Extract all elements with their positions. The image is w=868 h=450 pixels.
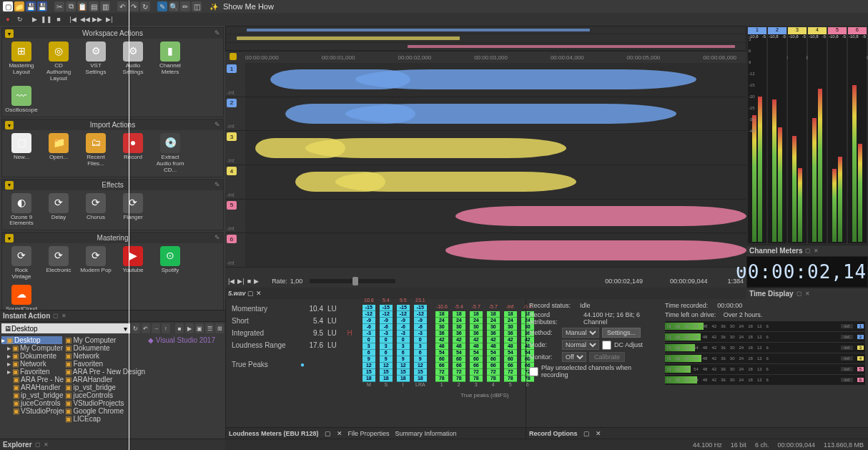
track-area[interactable]: 1 -Inf. 2 -Inf. 3 -Inf. 4 -Inf. 5 -Inf. … [225, 63, 746, 268]
close-icon[interactable]: ✕ [61, 313, 66, 319]
marker-icon[interactable] [230, 53, 237, 60]
up-icon[interactable]: ↑ [162, 323, 170, 333]
calibrate-button[interactable]: Calibrate [589, 352, 625, 362]
mode-select[interactable]: Normal [562, 340, 599, 350]
tool-event-icon[interactable]: ◫ [192, 1, 202, 11]
tree-item[interactable]: ▸ ▣ Favoriten [1, 368, 62, 376]
action-tile[interactable]: ⊙Spotify [154, 246, 187, 280]
action-tile[interactable]: ⚙VST Settings [79, 41, 112, 82]
copy-icon[interactable]: ⧉ [66, 1, 76, 11]
tree-item[interactable]: ▣ VStudioProjects [1, 407, 62, 415]
tool-mag-icon[interactable]: 🔍 [169, 1, 179, 11]
go-end-icon[interactable]: ▶| [104, 14, 114, 24]
grid-icon[interactable]: ⊞ [215, 323, 224, 333]
action-tile[interactable]: 📁Open... [42, 133, 75, 173]
play-icon[interactable]: ▶ [29, 14, 39, 24]
action-tile[interactable]: ▮Channel Meters [154, 41, 187, 82]
tree-item[interactable]: ▸ ▣ Desktop [1, 336, 62, 344]
track[interactable]: 4 -Inf. [225, 165, 746, 200]
chevron-icon[interactable]: ▾ [5, 234, 14, 243]
action-tile[interactable]: ◎CD Authoring Layout [42, 41, 75, 82]
record-options-tab[interactable]: Record Options [529, 430, 578, 437]
chevron-icon[interactable]: ▾ [5, 121, 14, 129]
play3-icon[interactable]: ▶ [254, 278, 259, 285]
time-ruler[interactable]: 00:00:00,00000:00:01,00000:00:02,00000:0… [225, 52, 746, 63]
autoplay-icon[interactable]: ▣ [195, 323, 204, 333]
instant-action-tab[interactable]: Instant Action▢✕ [0, 310, 225, 321]
action-tile[interactable]: ◐Ozone 9 Elements [5, 193, 38, 228]
tree-item[interactable]: ▣ ARAHandler [1, 383, 62, 391]
edit-icon[interactable]: ✎ [214, 121, 220, 128]
list-item[interactable]: ▣ LICEcap [65, 415, 145, 423]
track[interactable]: 2 -Inf. [225, 97, 746, 132]
save-icon[interactable]: 💾 [26, 1, 36, 11]
track-header[interactable]: 1 -Inf. [225, 63, 245, 97]
action-tile[interactable]: ●Record [117, 133, 149, 173]
action-tile[interactable]: 🗂Recent Files... [79, 133, 112, 173]
rate-slider[interactable] [310, 279, 395, 283]
monitor-select[interactable]: Off [562, 352, 586, 362]
group-header[interactable]: ▾ Mastering ✎ [2, 233, 223, 243]
action-tile[interactable]: ▢New... [5, 133, 38, 173]
track[interactable]: 3 -Inf. [225, 131, 746, 165]
list-item[interactable]: ▣ Favoriten [65, 360, 145, 368]
loudness-tab[interactable]: Loudness Meters (EBU R128) [229, 430, 319, 437]
folder-tree[interactable]: ▸ ▣ Desktop▸ ▣ My Computer▸ ▣ Dokumente▸… [0, 335, 64, 439]
action-tile[interactable]: ☁SoundCloud [5, 285, 38, 310]
tree-item[interactable]: ▣ juceControls [1, 399, 62, 407]
wave-scrollbar[interactable] [225, 268, 746, 275]
action-tile[interactable]: 〰Oscilloscope [5, 86, 38, 114]
stop-icon[interactable]: ■ [54, 14, 64, 24]
redo-icon[interactable]: ↷ [129, 1, 139, 11]
group-header[interactable]: ▾ Import Actions ✎ [2, 119, 223, 130]
method-select[interactable]: Manual [562, 328, 599, 338]
tree-item[interactable]: ▣ ARA Pre - New Design [1, 376, 62, 383]
play-unselected-checkbox[interactable] [529, 367, 538, 376]
tree-item[interactable]: ▸ ▣ Dokumente [1, 352, 62, 360]
tool-pencil-icon[interactable]: ✏ [180, 1, 190, 11]
new-icon[interactable]: ▢ [3, 1, 13, 11]
edit-icon[interactable]: ✎ [214, 181, 220, 188]
play2-icon[interactable]: ▶ [185, 323, 194, 333]
chevron-icon[interactable]: ▾ [5, 29, 14, 38]
dc-adjust-checkbox[interactable] [602, 341, 611, 350]
track-header[interactable]: 6 -Inf. [225, 233, 245, 267]
go-start-icon[interactable]: |◀ [68, 14, 78, 24]
summary-tab[interactable]: Summary Information [395, 430, 457, 437]
tree-item[interactable]: ▸ ▣ Network [1, 360, 62, 368]
list-item[interactable]: ▣ ip_vst_bridge [65, 383, 145, 391]
track-header[interactable]: 4 -Inf. [225, 165, 245, 199]
chevron-icon[interactable]: ▾ [5, 181, 14, 190]
pause-icon[interactable]: ❚❚ [41, 14, 51, 24]
go-end2-icon[interactable]: ▶| [237, 278, 244, 285]
list-item[interactable]: ▣ Dokumente [65, 344, 145, 352]
list-item[interactable]: ▣ ARA Pre - New Design [65, 368, 145, 376]
trim-icon[interactable]: ▥ [100, 1, 110, 11]
file-tab[interactable]: 5.wav ▢ ✕ [225, 288, 746, 299]
stop2-icon[interactable]: ■ [175, 323, 184, 333]
go-start2-icon[interactable]: |◀ [228, 278, 235, 285]
explorer-tab[interactable]: Explorer▢✕ [0, 439, 225, 450]
tool-edit-icon[interactable]: ✎ [157, 1, 167, 11]
group-header[interactable]: ▾ Workspace Actions ✎ [2, 28, 223, 39]
action-tile[interactable]: ⟳Flanger [117, 193, 149, 228]
saveas-icon[interactable]: 💾 [37, 1, 47, 11]
file-list[interactable]: ▣ My Computer▣ Dokumente▣ Network▣ Favor… [64, 335, 147, 439]
track[interactable]: 5 -Inf. [225, 200, 746, 234]
group-header[interactable]: ▾ Effects ✎ [2, 180, 223, 190]
undo-icon[interactable]: ↶ [117, 1, 127, 11]
action-tile[interactable]: ⚙Audio Settings [117, 41, 149, 82]
cut-icon[interactable]: ✂ [54, 1, 64, 11]
track-header[interactable]: 2 -Inf. [225, 97, 245, 131]
stop3-icon[interactable]: ■ [247, 278, 251, 285]
track[interactable]: 6 -Inf. [225, 233, 746, 268]
edit-icon[interactable]: ✎ [214, 234, 220, 241]
action-tile[interactable]: 💿Extract Audio from CD... [154, 133, 187, 173]
tree-item[interactable]: ▸ ▣ My Computer [1, 344, 62, 352]
rewind-icon[interactable]: ◀◀ [80, 14, 90, 24]
file-list-extra[interactable]: ◆ Visual Studio 2017 [147, 335, 225, 439]
action-tile[interactable]: ⟳Rock Vintage [5, 246, 38, 280]
paste-icon[interactable]: 📋 [77, 1, 87, 11]
list-item[interactable]: ▣ Google Chrome [65, 407, 145, 415]
pin-icon[interactable]: ▢ [53, 313, 59, 319]
